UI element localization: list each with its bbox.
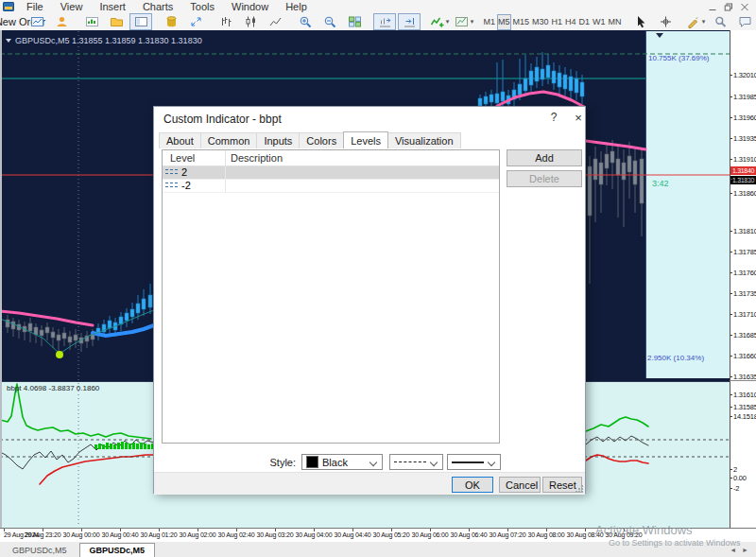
- resize-grip[interactable]: [576, 485, 583, 493]
- timeframe-m5-button[interactable]: M5: [497, 14, 511, 30]
- tab-colors[interactable]: Colors: [299, 132, 344, 148]
- timeframe-w1-button[interactable]: W1: [592, 14, 607, 30]
- auto-scroll-button[interactable]: [373, 13, 396, 30]
- time-axis[interactable]: 29 Aug 202429 Aug 23:2030 Aug 00:0030 Au…: [0, 528, 756, 542]
- autoscroll-icon: [378, 15, 392, 28]
- timeframe-d1-button[interactable]: D1: [578, 14, 592, 30]
- shift-icon: [403, 15, 417, 28]
- tab-inputs[interactable]: Inputs: [256, 132, 300, 148]
- menu-items: FileViewInsertChartsToolsWindowHelp: [18, 0, 316, 13]
- chevron-down-icon: [369, 459, 377, 466]
- close-button[interactable]: [736, 1, 752, 12]
- level-line-width-select[interactable]: [447, 454, 501, 470]
- price-axis-label: 1.31785: [733, 248, 756, 256]
- tab-scroll-left-icon[interactable]: ◄: [730, 547, 736, 553]
- indicator-tick: [730, 416, 732, 417]
- timeframe-m30-button[interactable]: M30: [531, 14, 550, 30]
- price-axis[interactable]: [730, 30, 756, 528]
- accounts-button[interactable]: [50, 13, 73, 30]
- levels-table[interactable]: Level Description 2-2: [162, 149, 500, 444]
- search-button[interactable]: [709, 13, 731, 30]
- level-color-select[interactable]: Black: [301, 454, 383, 470]
- tab-levels[interactable]: Levels: [343, 131, 388, 148]
- profiles-button[interactable]: [105, 13, 128, 30]
- new-chart-button[interactable]: [80, 13, 103, 30]
- indicator-axis-label: -2: [733, 484, 739, 493]
- chart-window-icon: [30, 15, 44, 28]
- menu-window[interactable]: Window: [223, 0, 277, 13]
- tab-common[interactable]: Common: [200, 132, 258, 148]
- zoom-in-button[interactable]: [294, 13, 317, 30]
- add-button[interactable]: Add: [507, 149, 582, 166]
- menu-view[interactable]: View: [52, 0, 92, 13]
- color-swatch: [306, 456, 318, 468]
- menu-help[interactable]: Help: [277, 0, 316, 13]
- volume-upper-label: 10.755K (37.69%): [648, 54, 710, 62]
- zoom-out-icon: [323, 15, 337, 28]
- menu-charts[interactable]: Charts: [134, 0, 181, 13]
- chevron-down-icon: [488, 459, 495, 466]
- crosshair-icon: [659, 15, 673, 28]
- bar-chart-mode-button[interactable]: [215, 13, 237, 30]
- chart-tabs: GBPUSDc,M5GBPUSDc,M5: [0, 543, 155, 557]
- history-center-button[interactable]: [160, 13, 182, 30]
- ok-button[interactable]: OK: [452, 477, 493, 493]
- minimize-button[interactable]: [704, 1, 720, 12]
- timeframe-h4-button[interactable]: H4: [564, 14, 577, 30]
- level-line-style-select[interactable]: [389, 454, 443, 470]
- style-row: Style: Black: [154, 454, 585, 471]
- indicators-button[interactable]: ▾: [428, 13, 451, 30]
- draw-tools-button[interactable]: ▾: [684, 13, 707, 30]
- price-axis-label: 1.31885: [733, 175, 756, 183]
- time-axis-label: 30 Aug 05:20: [373, 531, 410, 538]
- delete-button[interactable]: Delete: [507, 170, 582, 187]
- chart-tab-0[interactable]: GBPUSDc,M5: [2, 543, 77, 557]
- line-chart-mode-button[interactable]: [264, 13, 286, 30]
- menu-tools[interactable]: Tools: [181, 0, 223, 13]
- price-axis-label: 1.31610: [733, 391, 756, 399]
- dialog-title: Custom Indicator - bbpt: [163, 113, 282, 126]
- chevron-down-icon: [430, 459, 438, 466]
- timeframe-h1-button[interactable]: H1: [551, 14, 564, 30]
- tab-visualization[interactable]: Visualization: [387, 132, 461, 148]
- templates-button[interactable]: ▾: [453, 13, 475, 30]
- history-icon: [164, 15, 179, 28]
- menu-insert[interactable]: Insert: [91, 0, 134, 13]
- price-axis-label: 1.31710: [733, 310, 756, 319]
- chat-button[interactable]: [733, 13, 756, 30]
- tab-about[interactable]: About: [159, 132, 201, 148]
- zoom-out-button[interactable]: [318, 13, 341, 30]
- timeframe-mn-button[interactable]: MN: [608, 14, 623, 30]
- tab-scroll-right-icon[interactable]: ►: [742, 547, 748, 553]
- time-axis-label: 30 Aug 04:00: [296, 531, 333, 538]
- price-axis-label: 1.31935: [733, 134, 756, 143]
- cursor-button[interactable]: [629, 13, 652, 30]
- price-tick: [730, 75, 732, 76]
- dialog-titlebar[interactable]: Custom Indicator - bbpt ? ×: [154, 107, 585, 131]
- timeframe-m15-button[interactable]: M15: [512, 14, 531, 30]
- chart-shift-button[interactable]: [398, 13, 421, 30]
- dialog-close-button[interactable]: ×: [568, 111, 589, 128]
- timeframe-m1-button[interactable]: M1: [483, 14, 497, 30]
- cancel-button[interactable]: Cancel: [499, 477, 541, 493]
- restore-button[interactable]: [720, 1, 736, 12]
- chart-window-button[interactable]: [26, 13, 48, 30]
- time-axis-label: 30 Aug 00:40: [102, 531, 139, 538]
- price-axis-label: 1.31635: [733, 373, 756, 381]
- chart-tab-1[interactable]: GBPUSDc,M5: [79, 543, 156, 557]
- fullscreen-button[interactable]: [184, 13, 207, 30]
- price-tick: [730, 179, 732, 180]
- crosshair-button[interactable]: [654, 13, 677, 30]
- new-order-button[interactable]: New Order: [1, 13, 24, 30]
- price-tick: [730, 159, 732, 160]
- data-window-button[interactable]: [129, 13, 152, 30]
- menu-file[interactable]: File: [18, 0, 52, 13]
- level-row[interactable]: -2: [163, 180, 499, 193]
- level-row[interactable]: 2: [163, 166, 499, 180]
- candlestick-mode-button[interactable]: [239, 13, 262, 30]
- price-tick: [730, 193, 732, 194]
- tile-windows-button[interactable]: [343, 13, 366, 30]
- toolbar: New Order▾▾M1M5M15M30H1H4D1W1MN▾: [0, 13, 756, 31]
- dialog-help-button[interactable]: ?: [543, 111, 564, 128]
- indicator-tick: [730, 469, 732, 470]
